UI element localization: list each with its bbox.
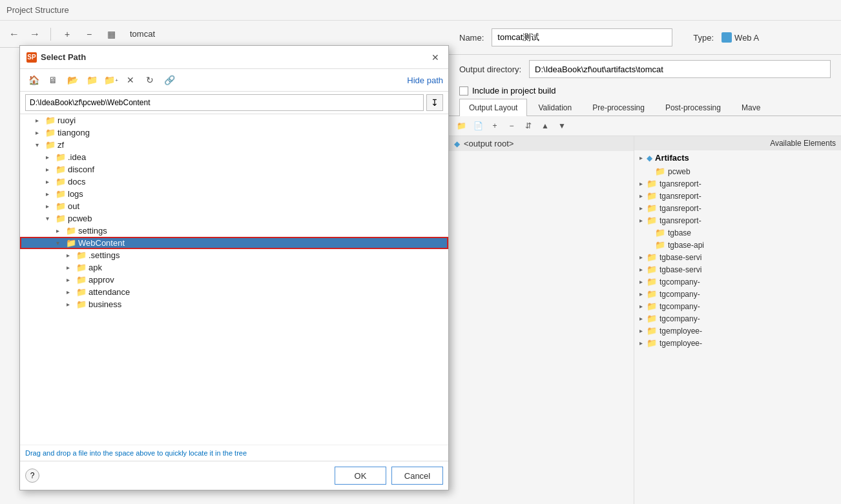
remove-btn[interactable]: − <box>504 119 519 133</box>
tabs-row: Output Layout Validation Pre-processing … <box>449 98 841 116</box>
name-type-row: Name: Type: Web A <box>449 21 841 55</box>
path-input[interactable] <box>25 94 424 111</box>
chevron-icon: ▸ <box>639 180 643 187</box>
link-button[interactable]: 🔗 <box>161 72 178 88</box>
artifacts-header-item[interactable]: ▸ ◆ Artifacts <box>634 150 841 165</box>
tab-pre-processing[interactable]: Pre-processing <box>583 99 654 116</box>
artifacts-label: Artifacts <box>655 153 689 163</box>
up-btn[interactable]: ▲ <box>538 119 552 133</box>
settings-chevron <box>56 227 64 234</box>
type-value: Web A <box>722 32 759 43</box>
forward-button[interactable]: → <box>27 26 43 42</box>
delete-button[interactable]: ✕ <box>122 72 139 88</box>
artifact-pcweb[interactable]: 📁 pcweb <box>634 165 841 177</box>
zf-chevron <box>36 141 43 148</box>
down-btn[interactable]: ▼ <box>555 119 569 133</box>
artifact-tgansreport-4[interactable]: ▸ 📁 tgansreport- <box>634 214 841 227</box>
artifact-tgbase-servi-1[interactable]: ▸ 📁 tgbase-servi <box>634 251 841 263</box>
tree-item-out[interactable]: 📁 out <box>20 200 448 212</box>
disconf-folder-icon: 📁 <box>56 165 66 174</box>
path-download-button[interactable]: ↧ <box>426 94 443 111</box>
tree-item-webcontent[interactable]: 📁 WebContent <box>20 237 448 249</box>
tree-item-attendance[interactable]: 📁 attendance <box>20 286 448 298</box>
folder-icon: 📁 <box>655 166 665 176</box>
artifact-tgemployee-1[interactable]: ▸ 📁 tgemployee- <box>634 325 841 337</box>
right-panel: Name: Type: Web A Output directory: Incl… <box>449 21 841 504</box>
copy-icon[interactable]: ▦ <box>103 26 119 43</box>
tree-item-zf[interactable]: 📁 zf <box>20 139 448 151</box>
output-dir-input[interactable] <box>529 60 831 78</box>
tree-item-business[interactable]: 📁 business <box>20 298 448 310</box>
artifact-tgcompany-3[interactable]: ▸ 📁 tgcompany- <box>634 300 841 312</box>
tree-item-tiangong[interactable]: 📁 tiangong <box>20 126 448 139</box>
webcontent-chevron <box>56 239 64 247</box>
artifact-tgemployee-2[interactable]: ▸ 📁 tgemployee- <box>634 337 841 349</box>
approv-chevron <box>67 276 74 283</box>
type-label: Type: <box>693 33 714 43</box>
tree-item-settings2[interactable]: 📁 .settings <box>20 249 448 261</box>
tab-output-layout[interactable]: Output Layout <box>459 99 527 116</box>
folder-btn[interactable]: 📁 <box>454 119 468 133</box>
tree-item-approv[interactable]: 📁 approv <box>20 274 448 286</box>
artifact-tgbase-api[interactable]: 📁 tgbase-api <box>634 239 841 251</box>
artifact-tgansreport-3[interactable]: ▸ 📁 tgansreport- <box>634 202 841 214</box>
attendance-label: attendance <box>88 287 130 297</box>
tree-item-idea[interactable]: 📁 .idea <box>20 151 448 163</box>
refresh-button[interactable]: ↻ <box>141 72 158 88</box>
tab-post-processing[interactable]: Post-processing <box>656 99 731 116</box>
add-icon[interactable]: + <box>59 26 76 43</box>
tab-validation[interactable]: Validation <box>528 99 581 116</box>
tree-item-apk[interactable]: 📁 apk <box>20 261 448 274</box>
tree-item-docs[interactable]: 📁 docs <box>20 176 448 188</box>
home-button[interactable]: 🏠 <box>25 72 42 88</box>
business-chevron <box>67 301 74 308</box>
chevron-icon: ▸ <box>639 192 643 199</box>
name-input[interactable] <box>492 28 672 46</box>
tree-item-pcweb[interactable]: 📁 pcweb <box>20 212 448 225</box>
approv-folder-icon: 📁 <box>76 275 87 285</box>
new-folder-button[interactable]: 📁+ <box>103 72 119 88</box>
open-folder-button[interactable]: 📂 <box>64 72 81 88</box>
output-root-row: ◆ <output root> <box>449 136 634 151</box>
hide-path-link[interactable]: Hide path <box>407 76 443 85</box>
pcweb-chevron <box>46 215 54 222</box>
file-btn[interactable]: 📄 <box>471 119 485 133</box>
zf-label: zf <box>57 140 64 150</box>
up-folder-button[interactable]: 📁 <box>83 72 100 88</box>
minus-icon[interactable]: − <box>81 26 98 43</box>
include-label: Include in project build <box>472 86 555 96</box>
include-checkbox[interactable] <box>459 86 468 96</box>
tree-item-logs[interactable]: 📁 logs <box>20 188 448 200</box>
close-button[interactable]: ✕ <box>429 51 442 64</box>
folder-icon: 📁 <box>647 203 657 213</box>
tree-item-disconf[interactable]: 📁 disconf <box>20 163 448 176</box>
folder-icon: 📁 <box>647 252 657 262</box>
artifact-tgbase[interactable]: 📁 tgbase <box>634 227 841 239</box>
tree-item-ruoyi[interactable]: 📁 ruoyi <box>20 114 448 126</box>
chevron-icon: ▸ <box>639 315 643 322</box>
dialog-toolbar: 🏠 🖥 📂 📁 📁+ ✕ ↻ 🔗 Hide path <box>20 69 448 92</box>
help-button[interactable]: ? <box>25 469 39 483</box>
pcweb-label: pcweb <box>68 214 92 223</box>
logs-chevron <box>46 190 54 197</box>
artifact-tgcompany-2[interactable]: ▸ 📁 tgcompany- <box>634 288 841 300</box>
desktop-button[interactable]: 🖥 <box>45 72 61 88</box>
artifact-tgbase-servi-2[interactable]: ▸ 📁 tgbase-servi <box>634 263 841 276</box>
back-button[interactable]: ← <box>6 26 22 42</box>
artifact-tgcompany-4[interactable]: ▸ 📁 tgcompany- <box>634 312 841 325</box>
add-btn[interactable]: + <box>488 119 502 133</box>
tab-maven[interactable]: Mave <box>732 99 770 116</box>
window-title: Project Structure <box>6 5 69 15</box>
settings-label: settings <box>78 226 107 236</box>
artifact-tgcompany-1[interactable]: ▸ 📁 tgcompany- <box>634 276 841 288</box>
path-input-row: ↧ <box>20 92 448 114</box>
artifact-tgansreport-1[interactable]: ▸ 📁 tgansreport- <box>634 177 841 190</box>
tree-item-settings[interactable]: 📁 settings <box>20 225 448 237</box>
docs-chevron <box>46 178 54 185</box>
ruoyi-label: ruoyi <box>57 116 76 125</box>
ok-button[interactable]: OK <box>335 467 386 485</box>
main-window: Project Structure ← → + − ▦ tomcat Name:… <box>0 0 841 504</box>
cancel-button[interactable]: Cancel <box>391 467 443 485</box>
artifact-tgansreport-2[interactable]: ▸ 📁 tgansreport- <box>634 190 841 202</box>
sort-btn[interactable]: ⇵ <box>521 119 535 133</box>
